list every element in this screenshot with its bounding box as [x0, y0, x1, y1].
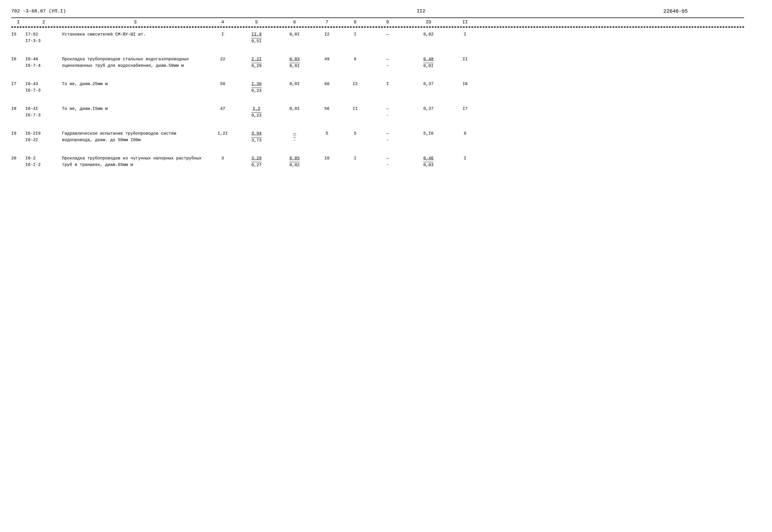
row-col7: 68 — [313, 81, 341, 88]
row-description: Установка смесителей СМ-ВУ-ШI шт. — [62, 32, 209, 38]
row-code: I6-43I6-7-3 — [25, 81, 62, 94]
row-col4: I,2I — [209, 131, 237, 137]
table-row: I6I6-46I6-7-4Прокладка трубопроводов ста… — [11, 52, 744, 72]
row-code: I6-2I9I6-22 — [25, 131, 62, 143]
row-col10: 0,460,03 — [406, 155, 451, 168]
row-col9: I — [369, 81, 406, 88]
row-number: I9 — [11, 131, 25, 137]
col-header-5: 5 — [237, 20, 276, 25]
page-header: 702 -3-68.87 (УП.I) II2 22640-05 — [11, 8, 744, 15]
table-row: I7I6-43I6-7-3То же, диам.25мм м50I,360,2… — [11, 77, 744, 97]
row-code: I6-2I6-I-2 — [25, 155, 62, 168]
row-col5: I,360,23 — [237, 81, 276, 94]
row-col4: 3 — [209, 155, 237, 162]
row-col5: II,90,5I — [237, 32, 276, 44]
row-col8: I2 — [341, 81, 369, 88]
row-col11: II — [451, 56, 479, 63]
table-body: I5I7-52I7-3-3Установка смесителей СМ-ВУ-… — [11, 28, 744, 171]
row-col5: 3,290,27 — [237, 155, 276, 168]
row-number: I5 — [11, 32, 25, 38]
row-col5: 3,943,73 — [237, 131, 276, 144]
row-col10: 5,I6 — [406, 131, 451, 137]
row-description: То же, диам.I5мм м — [62, 106, 209, 112]
row-col9: —- — [369, 131, 406, 143]
header-left: 702 -3-68.87 (УП.I) — [11, 8, 66, 14]
row-col11: I8 — [451, 81, 479, 88]
table-row: 20I6-2I6-I-2Прокладка трубопроводов из ч… — [11, 152, 744, 171]
row-col4: I — [209, 32, 237, 38]
row-number: I8 — [11, 106, 25, 112]
col-header-3: 3 — [62, 20, 209, 25]
row-col9: —- — [369, 56, 406, 69]
row-col4: 22 — [209, 56, 237, 63]
row-col8: I — [341, 32, 369, 38]
row-col7: 5 — [313, 131, 341, 137]
row-col8: 6 — [341, 56, 369, 63]
col-header-2: 2 — [25, 20, 62, 25]
col-header-11: II — [451, 20, 479, 25]
col-header-7: 7 — [313, 20, 341, 25]
row-col10: 0,37 — [406, 81, 451, 88]
table-row: I9I6-2I9I6-22Гидравлическое испытание тр… — [11, 127, 744, 146]
row-col7: I0 — [313, 155, 341, 162]
row-col8: I — [341, 155, 369, 162]
row-code: I6-46I6-7-4 — [25, 56, 62, 69]
row-col4: 47 — [209, 106, 237, 112]
row-description: Гидравлическое испытание трубопроводов с… — [62, 131, 209, 143]
row-col5: I,20,23 — [237, 106, 276, 119]
row-number: I7 — [11, 81, 25, 88]
row-col6: 0,0I — [276, 32, 313, 38]
page-wrapper: 702 -3-68.87 (УП.I) II2 22640-05 I 2 3 4… — [11, 8, 744, 171]
row-col6: 0,030,0I — [276, 56, 313, 69]
row-col5: 2,2I0,29 — [237, 56, 276, 69]
row-col11: I — [451, 32, 479, 38]
row-description: Прокладка трубопроводов из чугунных напо… — [62, 155, 209, 168]
col-header-9: 9 — [369, 20, 406, 25]
row-col8: II — [341, 106, 369, 112]
row-description: Прокладка трубопроводов стальных водогаз… — [62, 56, 209, 69]
row-col10: 0,82 — [406, 32, 451, 38]
row-col8: 5 — [341, 131, 369, 137]
row-col9: —- — [369, 155, 406, 168]
row-col11: I — [451, 155, 479, 162]
col-header-10: IO — [406, 20, 451, 25]
row-col4: 50 — [209, 81, 237, 88]
col-header-6: 6 — [276, 20, 313, 25]
table-row: I5I7-52I7-3-3Установка смесителей СМ-ВУ-… — [11, 28, 744, 47]
row-col7: 56 — [313, 106, 341, 112]
row-col6: 0,050,02 — [276, 155, 313, 168]
header-right: 22640-05 — [664, 8, 688, 14]
row-col11: 6 — [451, 131, 479, 137]
row-col9: — — [369, 32, 406, 38]
header-center: II2 — [417, 8, 425, 14]
row-code: I7-52I7-3-3 — [25, 32, 62, 44]
col-header-4: 4 — [209, 20, 237, 25]
row-col6: —- — [276, 131, 313, 144]
row-number: 20 — [11, 155, 25, 162]
row-col11: I7 — [451, 106, 479, 112]
row-number: I6 — [11, 56, 25, 63]
col-header-1: I — [11, 20, 25, 25]
row-code: I6-4II6-7-3 — [25, 106, 62, 119]
col-header-8: 8 — [341, 20, 369, 25]
row-col9: —- — [369, 106, 406, 119]
row-col6: 0,0I — [276, 106, 313, 112]
row-col10: 0,37 — [406, 106, 451, 112]
table-row: I8I6-4II6-7-3То же, диам.I5мм м47I,20,23… — [11, 102, 744, 122]
row-col6: 0,0I — [276, 81, 313, 88]
row-col7: 49 — [313, 56, 341, 63]
row-col7: I2 — [313, 32, 341, 38]
row-description: То же, диам.25мм м — [62, 81, 209, 88]
row-col10: 0,480,0I — [406, 56, 451, 69]
column-headers-row: I 2 3 4 5 6 7 8 9 IO II — [11, 18, 744, 27]
